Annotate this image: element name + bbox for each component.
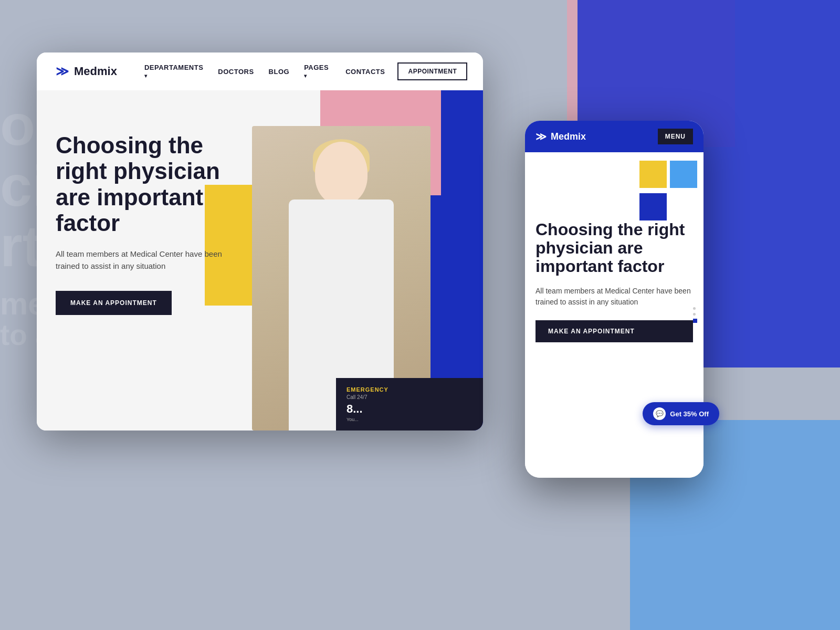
- hero-heading: Choosing the right physician are importa…: [56, 132, 250, 236]
- mobile-content: Choosing the right physician are importa…: [525, 215, 704, 353]
- discount-label: Get 35% Off: [670, 410, 709, 418]
- scroll-dot-active: [693, 319, 697, 323]
- desktop-navbar: ≫ Medmix DEPARTAMENTS DOCTORS BLOG PAGES…: [37, 52, 483, 90]
- desktop-mockup: ≫ Medmix DEPARTAMENTS DOCTORS BLOG PAGES…: [37, 52, 483, 430]
- hero-content: Choosing the right physician are importa…: [56, 132, 250, 315]
- mobile-square-blue-light: [670, 161, 697, 188]
- emergency-number: 8...: [346, 402, 472, 416]
- mobile-menu-button[interactable]: MENU: [658, 129, 693, 144]
- mobile-square-blue-dark: [639, 193, 667, 220]
- mobile-squares-area: [525, 152, 704, 215]
- hero-cta-button[interactable]: MAKE AN APPOINTMENT: [56, 291, 172, 315]
- nav-contacts-link[interactable]: CONTACTS: [345, 68, 385, 76]
- logo-name: Medmix: [74, 65, 117, 78]
- mobile-navbar: ≫ Medmix MENU: [525, 121, 704, 152]
- emergency-banner: Emergency Call 24/7 8... You...: [336, 378, 483, 430]
- doctor-head: [315, 142, 368, 205]
- emergency-sub: Call 24/7: [346, 394, 472, 400]
- nav-links: DEPARTAMENTS DOCTORS BLOG PAGES: [144, 64, 329, 79]
- emergency-label: Emergency: [346, 386, 472, 393]
- mobile-logo-name: Medmix: [551, 131, 586, 142]
- emergency-note: You...: [346, 417, 472, 422]
- mobile-cta-button[interactable]: MAKE AN APPOINTMENT: [536, 320, 693, 342]
- mobile-subtext: All team members at Medical Center have …: [536, 286, 693, 308]
- appointment-button[interactable]: APPOINTMENT: [397, 62, 467, 80]
- mobile-hero: Choosing the right physician are importa…: [525, 152, 704, 478]
- discount-icon: 💬: [653, 407, 666, 420]
- scroll-dot-1: [693, 307, 696, 310]
- nav-doctors[interactable]: DOCTORS: [218, 68, 254, 76]
- hero-subtext: All team members at Medical Center have …: [56, 248, 224, 272]
- logo-icon: ≫: [56, 64, 69, 79]
- desktop-logo[interactable]: ≫ Medmix: [56, 64, 117, 79]
- nav-blog[interactable]: BLOG: [269, 68, 290, 76]
- mobile-square-yellow: [639, 161, 667, 188]
- nav-pages[interactable]: PAGES: [304, 64, 329, 79]
- mobile-logo[interactable]: ≫ Medmix: [536, 130, 658, 143]
- mobile-logo-icon: ≫: [536, 130, 547, 143]
- desktop-hero: Choosing the right physician are importa…: [37, 90, 483, 430]
- discount-button[interactable]: 💬 Get 35% Off: [643, 402, 719, 425]
- nav-departaments[interactable]: DEPARTAMENTS: [144, 64, 203, 79]
- scroll-indicator: [693, 307, 697, 323]
- nav-right-area: CONTACTS APPOINTMENT: [345, 62, 467, 80]
- mobile-heading: Choosing the right physician are importa…: [536, 220, 693, 276]
- scroll-dot-2: [693, 313, 696, 316]
